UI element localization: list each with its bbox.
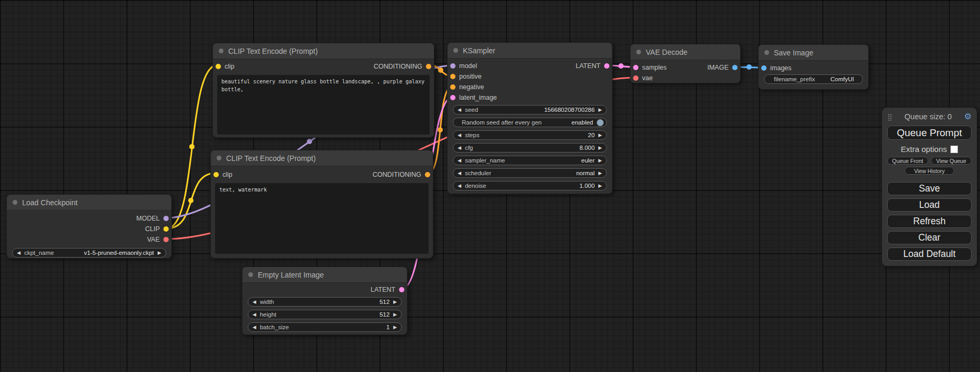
increment-arrow-icon[interactable]: ▶ (598, 171, 602, 176)
output-label-latent: LATENT (371, 286, 395, 293)
decrement-arrow-icon[interactable]: ◀ (458, 171, 461, 176)
decrement-arrow-icon[interactable]: ◀ (17, 251, 21, 255)
decrement-arrow-icon[interactable]: ◀ (253, 325, 256, 330)
widget-denoise[interactable]: ◀ denoise 1.000 ▶ (453, 181, 607, 190)
increment-arrow-icon[interactable]: ▶ (598, 184, 602, 188)
widget-random-seed[interactable]: Random seed after every gen enabled (453, 118, 607, 127)
node-empty-latent-image[interactable]: Empty Latent Image LATENT ◀ width 512 ▶ … (242, 266, 407, 335)
decrement-arrow-icon[interactable]: ◀ (458, 158, 461, 163)
refresh-button[interactable]: Refresh (887, 215, 972, 228)
node-header[interactable]: CLIP Text Encode (Prompt) (213, 43, 434, 59)
increment-arrow-icon[interactable]: ▶ (598, 133, 602, 138)
input-port-vae[interactable] (633, 75, 638, 81)
collapse-dot[interactable] (13, 200, 17, 205)
collapse-dot[interactable] (219, 49, 224, 53)
widget-label: Random seed after every gen (462, 119, 542, 126)
widget-value: 512 (380, 311, 390, 318)
widget-cfg[interactable]: ◀ cfg 8.000 ▶ (453, 143, 607, 152)
widget-scheduler[interactable]: ◀ scheduler normal ▶ (453, 168, 607, 178)
node-ksampler[interactable]: KSampler model LATENT positive negative … (447, 42, 613, 194)
view-queue-button[interactable]: View Queue (931, 157, 972, 165)
load-default-button[interactable]: Load Default (887, 247, 972, 261)
widget-value: v1-5-pruned-emaonly.ckpt (84, 250, 154, 256)
decrement-arrow-icon[interactable]: ◀ (253, 300, 256, 304)
input-label-vae: vae (642, 74, 653, 82)
widget-width[interactable]: ◀ width 512 ▶ (248, 297, 402, 307)
output-port-latent[interactable] (604, 63, 609, 69)
random-seed-toggle[interactable] (597, 119, 604, 126)
widget-batch-size[interactable]: ◀ batch_size 1 ▶ (248, 322, 402, 332)
increment-arrow-icon[interactable]: ▶ (598, 158, 602, 163)
save-button[interactable]: Save (887, 182, 972, 195)
input-port-images[interactable] (761, 65, 766, 71)
node-header[interactable]: VAE Decode (630, 44, 740, 60)
node-load-checkpoint[interactable]: Load Checkpoint MODEL CLIP VAE ◀ ckpt_na… (6, 194, 172, 259)
input-port-latent-image[interactable] (450, 95, 455, 100)
link-midpoint-dot (188, 198, 193, 203)
queue-front-button[interactable]: Queue Front (887, 157, 928, 165)
node-header[interactable]: CLIP Text Encode (Prompt) (211, 150, 433, 166)
increment-arrow-icon[interactable]: ▶ (393, 300, 397, 304)
widget-ckpt-name[interactable]: ◀ ckpt_name v1-5-pruned-emaonly.ckpt ▶ (12, 248, 166, 257)
extra-options-checkbox[interactable] (950, 146, 958, 153)
node-save-image[interactable]: Save Image images filename_prefix ComfyU… (758, 44, 869, 90)
decrement-arrow-icon[interactable]: ◀ (253, 312, 256, 317)
input-port-clip[interactable] (214, 172, 219, 177)
output-port-latent[interactable] (399, 287, 404, 292)
input-port-negative[interactable] (450, 84, 455, 90)
widget-steps[interactable]: ◀ steps 20 ▶ (453, 130, 607, 140)
increment-arrow-icon[interactable]: ▶ (598, 146, 602, 150)
node-header[interactable]: Save Image (759, 45, 868, 61)
node-title: Load Checkpoint (22, 198, 77, 207)
input-label-clip: clip (225, 63, 235, 70)
input-port-clip[interactable] (216, 64, 221, 69)
drag-handle-icon[interactable]: ⣿ (887, 113, 892, 121)
node-header[interactable]: KSampler (448, 43, 612, 59)
increment-arrow-icon[interactable]: ▶ (393, 312, 397, 317)
output-label-model: MODEL (137, 215, 160, 222)
increment-arrow-icon[interactable]: ▶ (393, 325, 397, 330)
prompt-textarea[interactable]: text, watermark (215, 183, 429, 254)
node-vae-decode[interactable]: VAE Decode samples IMAGE vae (630, 44, 741, 83)
queue-prompt-button[interactable]: Queue Prompt (887, 126, 972, 140)
node-header[interactable]: Empty Latent Image (242, 267, 407, 283)
collapse-dot[interactable] (453, 48, 458, 53)
node-header[interactable]: Load Checkpoint (7, 195, 171, 211)
input-port-positive[interactable] (450, 74, 455, 79)
output-port-conditioning[interactable] (426, 64, 431, 69)
collapse-dot[interactable] (636, 50, 641, 54)
node-clip-text-encode-negative[interactable]: CLIP Text Encode (Prompt) clip CONDITION… (210, 150, 433, 259)
output-port-vae[interactable] (163, 237, 169, 242)
load-button[interactable]: Load (887, 198, 972, 212)
widget-sampler-name[interactable]: ◀ sampler_name euler ▶ (453, 156, 607, 165)
input-label-latent-image: latent_image (459, 94, 497, 101)
node-clip-text-encode-positive[interactable]: CLIP Text Encode (Prompt) clip CONDITION… (212, 43, 434, 138)
input-port-model[interactable] (450, 63, 455, 69)
widget-height[interactable]: ◀ height 512 ▶ (248, 310, 402, 319)
clear-button[interactable]: Clear (887, 231, 972, 244)
input-port-samples[interactable] (633, 65, 638, 70)
collapse-dot[interactable] (217, 156, 221, 160)
decrement-arrow-icon[interactable]: ◀ (458, 108, 461, 112)
widget-label: batch_size (260, 324, 289, 330)
link-midpoint-dot (746, 64, 752, 70)
settings-gear-icon[interactable]: ⚙ (964, 112, 972, 121)
decrement-arrow-icon[interactable]: ◀ (458, 133, 461, 138)
output-port-image[interactable] (732, 65, 738, 70)
widget-label: sampler_name (465, 157, 505, 164)
increment-arrow-icon[interactable]: ▶ (158, 251, 161, 255)
prompt-textarea[interactable]: beautiful scenery nature glass bottle la… (217, 75, 430, 135)
output-port-conditioning[interactable] (425, 172, 430, 177)
view-history-button[interactable]: View History (905, 167, 954, 175)
collapse-dot[interactable] (248, 272, 253, 277)
output-port-model[interactable] (163, 216, 169, 221)
input-label-clip: clip (222, 171, 232, 178)
widget-label: seed (465, 107, 478, 113)
widget-seed[interactable]: ◀ seed 156680208700286 ▶ (453, 105, 607, 115)
output-port-clip[interactable] (163, 226, 169, 232)
decrement-arrow-icon[interactable]: ◀ (458, 184, 461, 188)
increment-arrow-icon[interactable]: ▶ (598, 108, 602, 112)
decrement-arrow-icon[interactable]: ◀ (458, 146, 461, 150)
widget-filename-prefix[interactable]: filename_prefix ComfyUI (764, 74, 863, 84)
collapse-dot[interactable] (764, 50, 769, 55)
